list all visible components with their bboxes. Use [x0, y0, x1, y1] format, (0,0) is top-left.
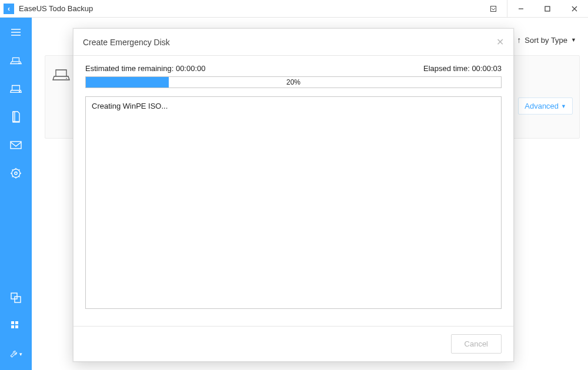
svg-point-6 [15, 172, 17, 174]
sort-arrow-icon: ↑ [517, 35, 521, 45]
modal-title: Create Emergency Disk [83, 38, 170, 47]
file-backup-icon[interactable] [9, 110, 22, 123]
sort-label: Sort by Type [524, 36, 567, 45]
titlebar: ‹ EaseUS Todo Backup [0, 0, 588, 18]
tools-more-icon[interactable] [9, 319, 22, 332]
window-tray-button[interactable] [480, 0, 507, 18]
app-icon: ‹ [4, 4, 14, 14]
clone-icon[interactable] [9, 291, 22, 304]
progress-text: 20% [86, 77, 501, 88]
app-title: EaseUS Todo Backup [19, 4, 93, 13]
modal-body: Estimated time remaining: 00:00:00 Elaps… [74, 56, 513, 309]
app-icon-glyph: ‹ [8, 5, 10, 13]
create-emergency-disk-modal: Create Emergency Disk ✕ Estimated time r… [73, 28, 514, 362]
chevron-down-icon: ▼ [571, 37, 576, 43]
svg-rect-0 [491, 6, 496, 12]
svg-rect-7 [11, 293, 17, 299]
advanced-label: Advanced [524, 102, 559, 110]
chevron-down-icon: ▾ [19, 351, 22, 357]
elapsed-time-value: 00:00:03 [472, 64, 502, 73]
svg-point-13 [66, 78, 67, 79]
disk-backup-icon[interactable] [9, 82, 22, 95]
sidebar: ▾ [0, 18, 32, 370]
mail-backup-icon[interactable] [9, 139, 22, 152]
window-controls [480, 0, 588, 17]
elapsed-time-label: Elapsed time: [423, 64, 470, 73]
log-line: Creating WinPE ISO... [92, 102, 495, 110]
chevron-down-icon: ▼ [561, 103, 566, 109]
cancel-button[interactable]: Cancel [451, 334, 502, 354]
body-area: ▾ ↑ Sort by Type ▼ Advanced ▼ Create Eme… [0, 18, 588, 370]
sort-control[interactable]: ↑ Sort by Type ▼ [517, 35, 576, 45]
smart-backup-icon[interactable] [9, 167, 22, 180]
svg-point-2 [19, 63, 19, 63]
window-maximize-button[interactable] [534, 0, 561, 18]
system-backup-icon[interactable] [9, 54, 22, 67]
estimated-time-label: Estimated time remaining: [85, 64, 173, 73]
svg-point-3 [19, 91, 19, 92]
svg-rect-8 [15, 297, 21, 302]
tools-wrench-icon[interactable]: ▾ [9, 348, 22, 361]
window-minimize-button[interactable] [507, 0, 534, 18]
log-box: Creating WinPE ISO... [85, 96, 502, 309]
svg-rect-1 [545, 6, 550, 11]
menu-icon[interactable] [9, 26, 22, 39]
progress-bar: 20% [85, 76, 502, 88]
svg-rect-10 [15, 321, 18, 324]
estimated-time-value: 00:00:00 [176, 64, 206, 73]
titlebar-left: ‹ EaseUS Todo Backup [4, 4, 93, 14]
content-area: ↑ Sort by Type ▼ Advanced ▼ Create Emerg… [32, 18, 588, 370]
estimated-time: Estimated time remaining: 00:00:00 [85, 64, 206, 73]
disk-icon [52, 68, 70, 82]
time-row: Estimated time remaining: 00:00:00 Elaps… [85, 64, 502, 73]
svg-rect-9 [11, 321, 14, 324]
elapsed-time: Elapsed time: 00:00:03 [423, 64, 502, 73]
modal-header: Create Emergency Disk ✕ [74, 29, 513, 56]
close-icon[interactable]: ✕ [496, 36, 504, 48]
svg-rect-4 [11, 142, 21, 149]
window-close-button[interactable] [561, 0, 588, 18]
svg-point-5 [12, 169, 20, 177]
svg-rect-12 [15, 325, 18, 328]
advanced-button[interactable]: Advanced ▼ [518, 97, 573, 115]
modal-footer: Cancel [74, 326, 513, 361]
svg-rect-11 [11, 325, 14, 328]
